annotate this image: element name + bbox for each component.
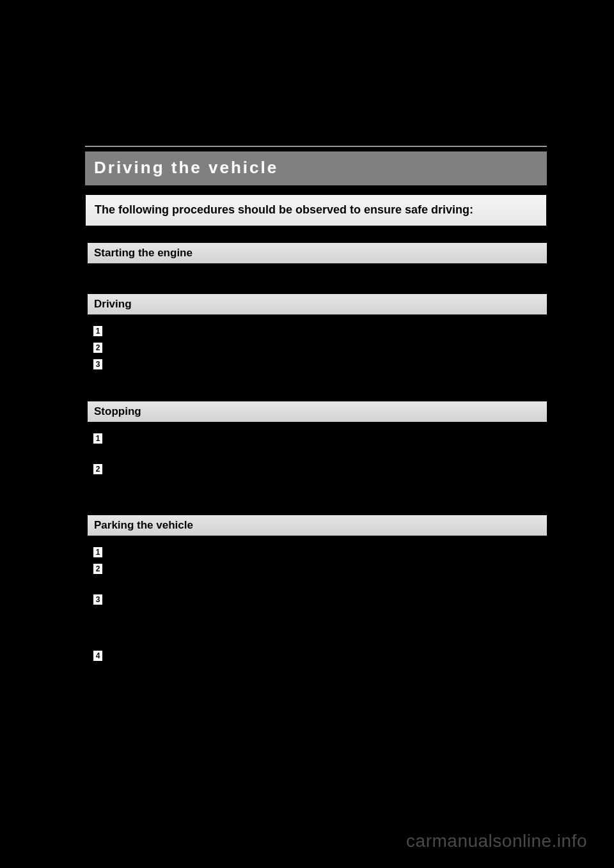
section-heading-label: Driving (94, 298, 132, 310)
step-text (109, 546, 547, 559)
step-row: 1 (91, 325, 547, 337)
step-marker: 2 (91, 342, 103, 353)
step-row: 4 (91, 649, 547, 662)
section-body-starting (85, 265, 547, 277)
step-text (109, 358, 547, 371)
section-heading-label: Parking the vehicle (94, 519, 193, 531)
section-heading-starting: Starting the engine (85, 243, 547, 265)
step-text (109, 341, 547, 354)
step-marker: 1 (91, 433, 103, 444)
step-marker: 2 (91, 463, 103, 475)
intro-box: The following procedures should be obser… (85, 194, 547, 226)
step-row: 2 (91, 562, 547, 575)
section-body-stopping: 1 2 (85, 423, 547, 476)
section-body-parking: 1 2 3 4 (85, 537, 547, 662)
step-row: 3 (91, 358, 547, 371)
section-body-driving: 1 2 3 (85, 316, 547, 371)
step-marker: 1 (91, 325, 103, 337)
top-divider (85, 146, 547, 147)
spacer (91, 446, 547, 459)
step-marker: 2 (91, 563, 103, 575)
spacer (85, 372, 547, 385)
spacer (91, 577, 547, 589)
step-text (109, 649, 547, 662)
step-row: 1 (91, 432, 547, 445)
page-title: Driving the vehicle (94, 158, 278, 177)
step-row: 3 (91, 593, 547, 606)
step-text (109, 463, 547, 476)
step-marker: 3 (91, 594, 103, 605)
page-title-bar: Driving the vehicle (85, 151, 547, 185)
section-heading-driving: Driving (85, 294, 547, 316)
watermark: carmanualsonline.info (406, 831, 587, 851)
step-marker: 3 (91, 359, 103, 370)
step-text (109, 432, 547, 445)
section-heading-parking: Parking the vehicle (85, 515, 547, 537)
step-row: 2 (91, 463, 547, 476)
step-row: 2 (91, 341, 547, 354)
step-marker: 4 (91, 650, 103, 662)
section-heading-label: Starting the engine (94, 247, 193, 259)
spacer (91, 607, 547, 646)
spacer (85, 477, 547, 499)
step-row: 1 (91, 546, 547, 559)
step-text (109, 562, 547, 575)
page-content: Driving the vehicle The following proced… (85, 146, 547, 663)
step-marker: 1 (91, 546, 103, 558)
section-heading-label: Stopping (94, 405, 141, 417)
section-heading-stopping: Stopping (85, 401, 547, 423)
intro-text: The following procedures should be obser… (95, 203, 473, 216)
step-text (109, 593, 547, 606)
step-text (109, 325, 547, 337)
